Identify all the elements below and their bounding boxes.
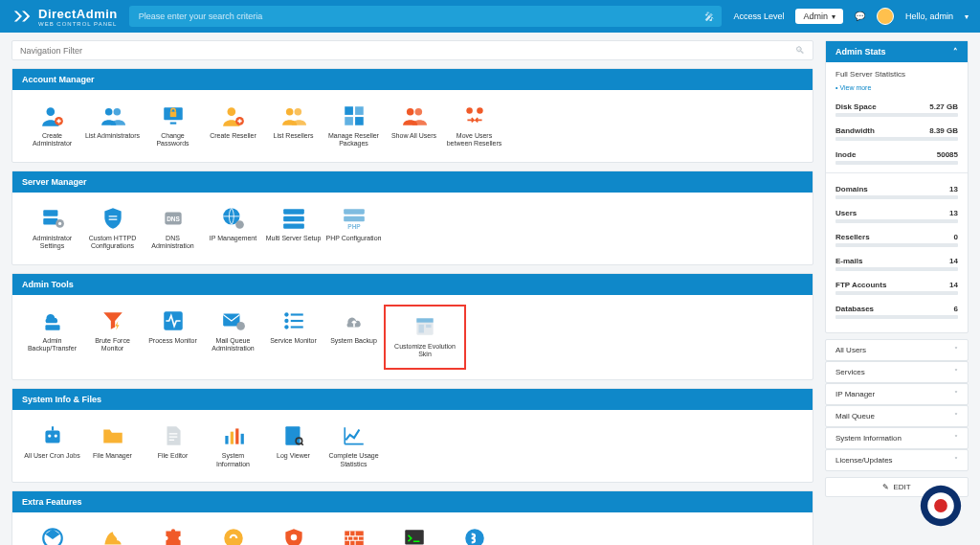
menu-item[interactable]: Multi Server Setup <box>263 202 323 255</box>
menu-item[interactable]: Comodo WAF 2.24.5 <box>203 522 263 545</box>
menu-item-label: List Administrators <box>84 132 141 140</box>
menu-item[interactable]: DNSDNS Administration <box>143 202 203 255</box>
mic-icon[interactable]: 🎤︎ <box>704 11 714 22</box>
side-collapsed-row[interactable]: IP Manager˅ <box>825 383 969 405</box>
stat-bar <box>835 113 958 117</box>
menu-item[interactable]: Softaculous Auto Installer <box>444 522 504 545</box>
svg-rect-38 <box>290 313 302 315</box>
svg-rect-14 <box>355 117 364 125</box>
menu-item[interactable]: File Editor <box>143 420 203 472</box>
pencil-icon: ✎ <box>882 483 889 491</box>
admin-stats-header[interactable]: Admin Stats ˄ <box>826 41 968 62</box>
svg-point-2 <box>104 108 112 116</box>
svg-rect-52 <box>230 432 233 444</box>
menu-item[interactable]: Administrator Settings <box>22 202 82 255</box>
menu-item[interactable]: System Information <box>203 420 263 472</box>
menu-item[interactable]: Log Viewer <box>263 420 323 472</box>
logo-text: DirectAdmin WEB CONTROL PANEL <box>38 7 118 27</box>
menu-item[interactable]: Create Administrator <box>22 100 82 152</box>
svg-rect-5 <box>169 123 176 125</box>
section-panel: Extra FeaturesWebmail: RoundcubephpMyAdm… <box>11 490 813 545</box>
menu-item[interactable]: File Manager <box>82 420 143 472</box>
menu-item[interactable]: ConfigServer Security & Firewall <box>323 522 384 545</box>
menu-item[interactable]: Show All Users <box>384 100 444 152</box>
menu-item[interactable]: Brute Force Monitor <box>82 305 143 371</box>
list-dots-icon <box>281 308 306 333</box>
section-body: Admin Backup/TransferBrute Force Monitor… <box>12 295 813 380</box>
stat-bar <box>835 161 958 165</box>
menu-item[interactable]: Customize Evolution Skin <box>384 305 466 371</box>
menu-item[interactable]: Plugin Manager <box>143 522 203 545</box>
stat-label: FTP Accounts <box>835 281 886 289</box>
menu-item[interactable]: CustomBuild 2.0 <box>384 522 444 545</box>
avatar[interactable] <box>877 8 894 25</box>
menu-item-label: Manage Reseller Packages <box>325 132 382 148</box>
svg-point-10 <box>294 108 301 116</box>
svg-rect-61 <box>405 530 424 544</box>
menu-item[interactable]: List Administrators <box>82 100 143 152</box>
menu-item-label: Brute Force Monitor <box>84 337 141 353</box>
svg-rect-44 <box>416 318 433 322</box>
section-panel: Server ManagerAdministrator SettingsCust… <box>11 170 813 265</box>
stat-bar <box>835 195 958 199</box>
chevron-down-icon: ˅ <box>954 368 958 376</box>
sheet-search-icon <box>281 423 306 448</box>
menu-item-label: List Resellers <box>265 132 322 140</box>
svg-rect-45 <box>419 324 424 332</box>
menu-item[interactable]: Complete Usage Statistics <box>323 420 384 472</box>
side-collapsed-row[interactable]: Mail Queue˅ <box>825 405 969 427</box>
menu-item-label: Administrator Settings <box>24 235 80 251</box>
notifications-icon[interactable]: 💬 <box>855 11 865 21</box>
menu-item[interactable]: List Resellers <box>263 100 323 152</box>
menu-item[interactable]: Service Monitor <box>263 305 323 371</box>
menu-item-label: File Editor <box>145 452 201 460</box>
menu-item[interactable]: Move Users between Resellers <box>444 100 504 152</box>
svg-point-0 <box>46 107 55 116</box>
section-panel: Admin ToolsAdmin Backup/TransferBrute Fo… <box>11 273 813 381</box>
svg-rect-20 <box>43 218 57 225</box>
menu-item[interactable]: Custom HTTPD Configurations <box>82 202 143 255</box>
cloud-up-icon <box>342 308 367 333</box>
monitor-lock-icon <box>161 103 186 128</box>
menu-item[interactable]: Manage Reseller Packages <box>323 100 384 152</box>
side-collapsed-row[interactable]: All Users˅ <box>825 339 969 361</box>
svg-point-48 <box>48 435 51 438</box>
menu-item-label: Complete Usage Statistics <box>325 452 382 468</box>
access-level-dropdown[interactable]: Admin▾ <box>795 9 843 24</box>
section-header: Admin Tools <box>12 274 813 295</box>
side-collapsed-row[interactable]: License/Updates˅ <box>825 449 969 471</box>
view-more-link[interactable]: • View more <box>835 84 958 91</box>
menu-item[interactable]: phpMyAdmin <box>82 522 143 545</box>
menu-item[interactable]: PHPPHP Configuration <box>323 202 384 255</box>
menu-item[interactable]: Process Monitor <box>143 305 203 371</box>
line-chart-icon <box>342 423 367 448</box>
side-collapsed-row[interactable]: Services˅ <box>825 361 969 383</box>
nav-filter-input[interactable] <box>20 46 795 56</box>
menu-item[interactable]: Create Reseller <box>203 100 263 152</box>
svg-rect-6 <box>169 112 176 117</box>
user-menu-chevron-icon[interactable]: ▾ <box>965 12 969 21</box>
cloud-server-icon <box>40 308 65 333</box>
logo[interactable]: DirectAdmin WEB CONTROL PANEL <box>11 6 118 27</box>
stat-value: 14 <box>949 257 958 265</box>
stat-row: Domains13 <box>835 181 958 195</box>
svg-rect-51 <box>225 436 228 444</box>
side-collapsed-label: System Information <box>835 434 902 443</box>
menu-item[interactable]: cPGuard Security Suite <box>263 522 323 545</box>
side-collapsed-row[interactable]: System Information˅ <box>825 427 969 449</box>
menu-item[interactable]: Webmail: Roundcube <box>22 522 82 545</box>
menu-item[interactable]: Change Passwords <box>143 100 203 152</box>
chevron-up-icon: ˄ <box>953 47 958 57</box>
menu-item[interactable]: Mail Queue Administration <box>203 305 263 371</box>
svg-point-26 <box>235 220 244 229</box>
menu-item[interactable]: Admin Backup/Transfer <box>22 305 82 371</box>
section-body: All User Cron JobsFile ManagerFile Edito… <box>12 410 813 482</box>
menu-item[interactable]: All User Cron Jobs <box>22 420 82 472</box>
svg-text:PHP: PHP <box>347 223 361 230</box>
menu-item[interactable]: IP Management <box>203 202 263 255</box>
search-input[interactable] <box>129 6 723 27</box>
user-plus-icon <box>40 103 65 128</box>
stat-value: 13 <box>949 209 958 217</box>
section-header: Account Manager <box>12 69 813 90</box>
menu-item[interactable]: System Backup <box>323 305 384 371</box>
